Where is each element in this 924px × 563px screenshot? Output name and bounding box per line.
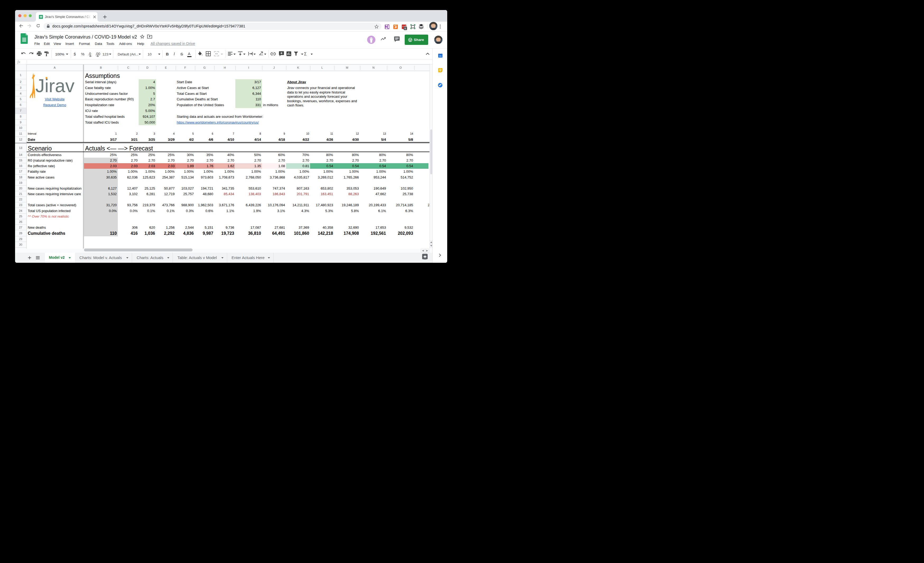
svg-text:Jirav: Jirav: [35, 75, 75, 96]
svg-text:31: 31: [439, 55, 442, 57]
